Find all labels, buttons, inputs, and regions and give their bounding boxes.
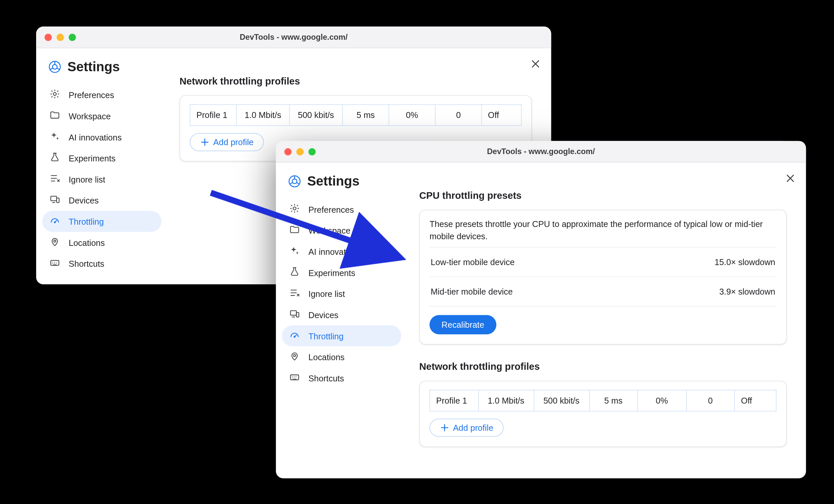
add-profile-label: Add profile <box>453 423 493 433</box>
profile-latency: 5 ms <box>343 104 389 126</box>
svg-point-9 <box>292 179 297 183</box>
profile-queue: 0 <box>435 104 482 126</box>
sidebar-item-workspace[interactable]: Workspace <box>42 105 161 127</box>
svg-rect-12 <box>296 312 299 317</box>
add-profile-label: Add profile <box>213 137 254 147</box>
svg-point-5 <box>54 222 55 223</box>
sidebar-list-front: PreferencesWorkspaceAI innovationsExperi… <box>276 197 407 391</box>
zoom-dot-icon[interactable] <box>308 148 316 155</box>
sidebar-item-label: Locations <box>69 238 154 247</box>
profile-upload: 500 kbit/s <box>290 104 343 126</box>
profile-name: Profile 1 <box>190 104 237 126</box>
window-titlebar[interactable]: DevTools - www.google.com/ <box>36 26 551 48</box>
flask-icon <box>49 152 60 165</box>
sidebar-item-shortcuts[interactable]: Shortcuts <box>282 368 401 389</box>
svg-point-10 <box>293 207 296 210</box>
svg-point-2 <box>53 92 56 95</box>
sidebar-item-ignore-list[interactable]: Ignore list <box>282 283 401 304</box>
sidebar-item-label: Experiments <box>69 153 154 163</box>
profile-upload: 500 kbit/s <box>534 390 589 411</box>
devices-icon <box>49 194 60 206</box>
sidebar-item-shortcuts[interactable]: Shortcuts <box>42 253 161 275</box>
profile-row[interactable]: Profile 1 1.0 Mbit/s 500 kbit/s 5 ms 0% … <box>190 104 522 126</box>
keyboard-icon <box>289 372 300 385</box>
sidebar-list-back: PreferencesWorkspaceAI innovationsExperi… <box>36 82 167 276</box>
sidebar-item-devices[interactable]: Devices <box>42 190 161 211</box>
sidebar-item-label: Devices <box>69 196 154 205</box>
folder-icon <box>289 224 300 237</box>
sidebar-item-label: AI innovations <box>69 132 154 142</box>
sidebar-item-workspace[interactable]: Workspace <box>282 220 401 241</box>
minimize-dot-icon[interactable] <box>57 34 64 41</box>
plus-icon <box>440 423 449 433</box>
traffic-lights[interactable] <box>284 148 316 155</box>
preset-value: 3.9× slowdown <box>719 287 775 297</box>
sidebar-item-label: Workspace <box>69 111 154 120</box>
svg-point-13 <box>294 336 295 337</box>
sidebar-item-experiments[interactable]: Experiments <box>42 148 161 169</box>
cpu-presets-card: These presets throttle your CPU to appro… <box>419 210 787 345</box>
sidebar-item-locations[interactable]: Locations <box>42 232 161 253</box>
preset-value: 15.0× slowdown <box>715 258 775 267</box>
profile-packet-loss: 0% <box>637 390 686 411</box>
profile-state: Off <box>734 390 776 411</box>
pin-icon <box>289 351 300 363</box>
preset-row-low[interactable]: Low-tier mobile device 15.0× slowdown <box>430 247 776 277</box>
svg-point-6 <box>54 240 56 242</box>
minimize-dot-icon[interactable] <box>296 148 304 155</box>
sidebar-item-preferences[interactable]: Preferences <box>282 199 401 220</box>
chrome-icon <box>48 60 61 73</box>
close-dot-icon[interactable] <box>284 148 291 155</box>
cpu-throttling-title: CPU throttling presets <box>419 190 787 201</box>
svg-point-1 <box>52 65 57 69</box>
zoom-dot-icon[interactable] <box>69 34 76 41</box>
sidebar-item-label: Throttling <box>69 217 154 226</box>
profile-download: 1.0 Mbit/s <box>237 104 290 126</box>
profile-packet-loss: 0% <box>389 104 435 126</box>
sidebar-item-label: Ignore list <box>69 174 154 184</box>
add-profile-button[interactable]: Add profile <box>430 419 504 437</box>
sidebar-item-ai-innovations[interactable]: AI innovations <box>42 127 161 148</box>
sidebar-item-label: Locations <box>308 352 394 362</box>
add-profile-button[interactable]: Add profile <box>190 133 264 151</box>
sidebar-item-label: Preferences <box>69 90 154 100</box>
recalibrate-button[interactable]: Recalibrate <box>430 315 496 334</box>
folder-icon <box>49 110 60 122</box>
chrome-icon <box>288 175 301 188</box>
sidebar-item-label: AI innovations <box>308 246 394 256</box>
sidebar-item-ai-innovations[interactable]: AI innovations <box>282 241 401 262</box>
sidebar-item-experiments[interactable]: Experiments <box>282 262 401 283</box>
preset-row-mid[interactable]: Mid-tier mobile device 3.9× slowdown <box>430 277 776 306</box>
sidebar-item-label: Experiments <box>308 268 394 277</box>
sidebar-item-throttling[interactable]: Throttling <box>282 325 401 347</box>
sidebar-item-throttling[interactable]: Throttling <box>42 211 161 232</box>
sparkle-icon <box>49 131 60 144</box>
gauge-icon <box>289 329 300 342</box>
preset-name: Low-tier mobile device <box>431 258 514 267</box>
profile-row[interactable]: Profile 1 1.0 Mbit/s 500 kbit/s 5 ms 0% … <box>430 390 776 411</box>
window-titlebar[interactable]: DevTools - www.google.com/ <box>276 141 806 162</box>
ignore-icon <box>49 173 60 185</box>
profile-name: Profile 1 <box>430 390 478 411</box>
traffic-lights[interactable] <box>45 34 76 41</box>
window-title: DevTools - www.google.com/ <box>36 32 551 41</box>
gear-icon <box>289 203 300 216</box>
profile-latency: 5 ms <box>589 390 637 411</box>
svg-rect-4 <box>57 198 59 203</box>
pin-icon <box>49 236 60 249</box>
settings-title: Settings <box>68 59 120 74</box>
network-throttling-title: Network throttling profiles <box>419 361 787 372</box>
sidebar-item-locations[interactable]: Locations <box>282 346 401 368</box>
devices-icon <box>289 308 300 321</box>
sidebar-item-preferences[interactable]: Preferences <box>42 85 161 106</box>
sidebar-item-label: Devices <box>308 310 394 320</box>
sidebar-item-ignore-list[interactable]: Ignore list <box>42 169 161 190</box>
profile-state: Off <box>481 104 521 126</box>
sparkle-icon <box>289 245 300 258</box>
sidebar-item-devices[interactable]: Devices <box>282 304 401 325</box>
sidebar-item-label: Preferences <box>308 204 394 214</box>
sidebar-item-label: Shortcuts <box>69 259 154 268</box>
ignore-icon <box>289 287 300 300</box>
close-dot-icon[interactable] <box>45 34 52 41</box>
flask-icon <box>289 266 300 279</box>
